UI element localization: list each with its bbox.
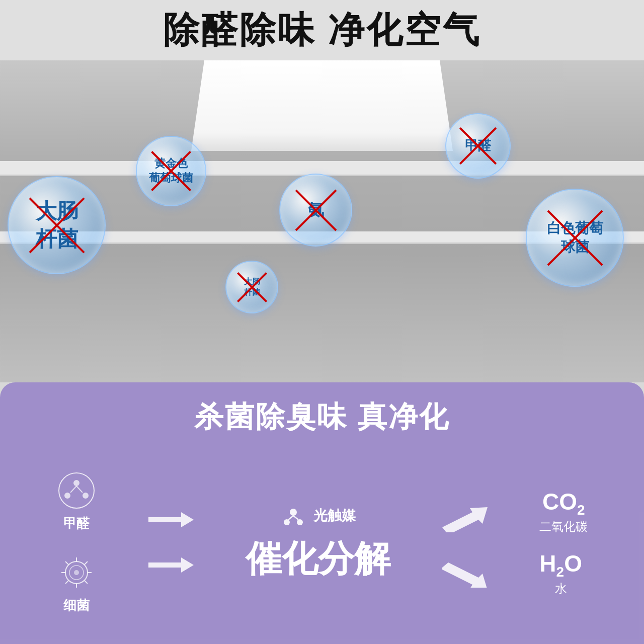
ceiling-panel xyxy=(191,60,453,151)
arrow-diag-up xyxy=(442,507,488,532)
h2o-name: 水 xyxy=(555,581,567,597)
svg-point-2 xyxy=(64,493,70,499)
svg-marker-17 xyxy=(148,512,194,527)
pollutant-bacteria: 细菌 xyxy=(56,552,97,614)
svg-line-22 xyxy=(288,516,293,520)
svg-point-21 xyxy=(297,519,303,525)
svg-point-16 xyxy=(74,570,79,575)
left-col: 甲醛 xyxy=(56,470,97,614)
cross-baise xyxy=(527,190,623,286)
bubble-dachang-big: 大肠杆菌 xyxy=(8,176,106,274)
cross-dachang-small xyxy=(226,262,277,312)
svg-line-5 xyxy=(76,486,83,493)
svg-line-15 xyxy=(65,581,68,584)
photocatalyst-text: 光触媒 xyxy=(313,506,356,525)
catalytic-text: 催化分解 xyxy=(246,535,390,583)
svg-line-13 xyxy=(85,581,88,584)
cross-huangjin xyxy=(137,137,205,205)
svg-point-3 xyxy=(83,493,89,499)
bacteria-label: 细菌 xyxy=(63,597,90,614)
main-title: 除醛除味 净化空气 xyxy=(163,6,481,54)
arrows-col-right xyxy=(442,507,488,588)
arrow-right-2 xyxy=(148,555,194,575)
svg-line-4 xyxy=(70,486,76,493)
bubble-dachang-small: 大肠杆菌 xyxy=(225,261,278,313)
svg-point-20 xyxy=(284,519,290,525)
svg-marker-24 xyxy=(442,507,488,532)
info-panel: 杀菌除臭味 真净化 甲醛 xyxy=(0,382,644,644)
right-col: CO2 二氧化碳 H2O 水 xyxy=(539,488,588,597)
product-h2o: H2O 水 xyxy=(539,550,582,597)
bubble-jiaquan-top: 甲醛 xyxy=(445,113,511,179)
arrows-col-left xyxy=(148,510,194,575)
bubble-huangjin: 黄金色葡萄球菌 xyxy=(136,136,206,206)
page-container: 除醛除味 净化空气 黄金色葡萄球菌 氨 甲醛 大肠杆菌 xyxy=(0,0,644,644)
info-content: 甲醛 xyxy=(0,447,644,638)
bubble-amonia: 氨 xyxy=(279,174,352,247)
photocatalyst-label: 光触媒 xyxy=(280,502,356,530)
center-col: 光触媒 催化分解 xyxy=(246,502,390,583)
pollutant-formaldehyde: 甲醛 xyxy=(56,470,97,532)
molecule-icon xyxy=(280,502,307,530)
cross-dachang-big xyxy=(9,177,105,273)
cross-jiaquan-top xyxy=(446,114,510,178)
svg-point-19 xyxy=(290,509,297,516)
arrow-right-1 xyxy=(148,510,194,530)
svg-point-1 xyxy=(73,480,79,486)
bacteria-icon xyxy=(56,552,97,593)
info-title: 杀菌除臭味 真净化 xyxy=(0,382,644,447)
formaldehyde-label: 甲醛 xyxy=(63,515,90,532)
h2o-formula: H2O xyxy=(539,550,582,581)
svg-line-12 xyxy=(65,561,68,565)
svg-marker-25 xyxy=(442,562,488,588)
svg-line-14 xyxy=(85,561,88,565)
arrow-diag-down xyxy=(442,562,488,588)
title-area: 除醛除味 净化空气 xyxy=(0,0,644,60)
svg-line-23 xyxy=(293,516,298,520)
bubble-baise: 白色葡萄球菌 xyxy=(526,189,624,287)
formaldehyde-icon xyxy=(56,470,97,511)
co2-formula: CO2 xyxy=(542,488,585,519)
svg-point-0 xyxy=(59,473,94,508)
product-co2: CO2 二氧化碳 xyxy=(539,488,588,535)
co2-name: 二氧化碳 xyxy=(539,519,588,535)
svg-marker-18 xyxy=(148,557,194,573)
room-area: 黄金色葡萄球菌 氨 甲醛 大肠杆菌 白色葡萄球菌 大肠杆菌 xyxy=(0,60,644,382)
cross-amonia xyxy=(280,175,351,246)
